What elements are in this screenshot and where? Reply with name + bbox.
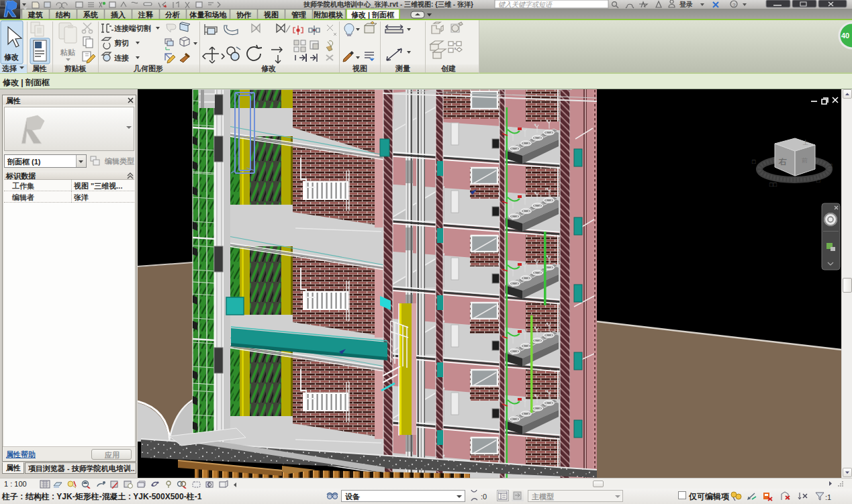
svg-text:技师学院机电培训中心_张洋.rvt - 三维视图: {三维: 技师学院机电培训中心_张洋.rvt - 三维视图: {三维 - 张洋} xyxy=(303,1,473,8)
svg-text:系统: 系统 xyxy=(83,11,99,19)
svg-text:体量和场地: 体量和场地 xyxy=(189,11,228,19)
svg-text:?: ? xyxy=(732,2,736,8)
svg-text::1: :1 xyxy=(825,493,831,501)
svg-text:修改: 修改 xyxy=(3,53,19,61)
svg-text:修改: 修改 xyxy=(261,64,276,72)
svg-text:选择: 选择 xyxy=(1,64,17,72)
svg-text:前: 前 xyxy=(802,157,808,164)
svg-text:附加模块: 附加模块 xyxy=(314,11,343,19)
svg-text:创建: 创建 xyxy=(440,64,456,72)
svg-text:40: 40 xyxy=(841,32,849,40)
svg-text:□: □ xyxy=(752,158,756,165)
svg-text:管理: 管理 xyxy=(291,11,306,19)
svg-text:剪贴板: 剪贴板 xyxy=(64,64,87,72)
svg-text:测量: 测量 xyxy=(395,64,410,72)
svg-text:上: 上 xyxy=(802,140,808,146)
svg-text:连接: 连接 xyxy=(114,54,129,62)
svg-text:□□: □□ xyxy=(769,181,777,188)
svg-text::0: :0 xyxy=(481,493,487,501)
svg-text:修改 | 剖面框: 修改 | 剖面框 xyxy=(350,11,395,19)
svg-text:剪切: 剪切 xyxy=(114,39,129,47)
svg-text:登录: 登录 xyxy=(679,1,693,8)
svg-text:结构: 结构 xyxy=(55,11,70,19)
svg-text:视图: 视图 xyxy=(263,11,279,19)
svg-text:协作: 协作 xyxy=(236,11,251,19)
svg-text:1 : 100: 1 : 100 xyxy=(4,480,27,488)
svg-text:键入关键字或短语: 键入关键字或短语 xyxy=(498,1,553,8)
svg-text:分析: 分析 xyxy=(164,11,180,19)
svg-text:连接端切割: 连接端切割 xyxy=(114,24,151,32)
svg-text:粘贴: 粘贴 xyxy=(60,48,75,56)
svg-text:□: □ xyxy=(829,162,833,169)
svg-text:几何图形: 几何图形 xyxy=(133,64,163,73)
svg-text:视图: 视图 xyxy=(352,64,367,72)
svg-text:注释: 注释 xyxy=(138,11,154,19)
svg-text:属性: 属性 xyxy=(32,64,47,72)
svg-text:右: 右 xyxy=(778,157,787,166)
svg-text:□: □ xyxy=(816,177,820,184)
